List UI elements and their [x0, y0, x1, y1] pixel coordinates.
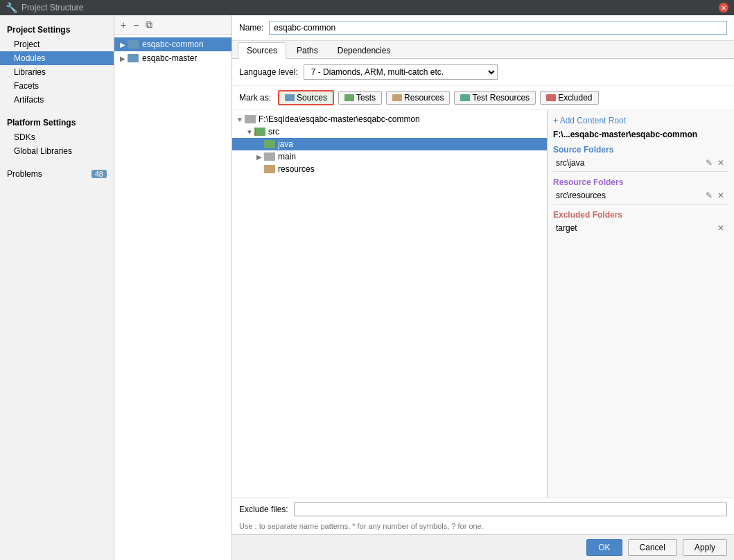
module-list: ▶ esqabc-common ▶ esqabc-master — [114, 35, 231, 68]
test-resources-mark-button[interactable]: Test Resources — [454, 91, 536, 105]
resource-folders-header: Resource Folders — [553, 177, 728, 187]
excluded-btn-icon — [546, 94, 556, 101]
right-panel: + Add Content Root F:\...esqabc-master\e… — [547, 110, 734, 498]
copy-module-button[interactable]: ⧉ — [143, 18, 155, 31]
title-bar: 🔧 Project Structure ✕ — [0, 0, 734, 15]
sidebar: Project Settings Project Modules Librari… — [0, 15, 114, 560]
mark-as-label: Mark as: — [239, 93, 271, 103]
remove-module-button[interactable]: − — [131, 19, 141, 31]
ok-button[interactable]: OK — [586, 539, 622, 556]
sidebar-item-artifacts[interactable]: Artifacts — [0, 93, 114, 107]
tab-dependencies[interactable]: Dependencies — [329, 42, 400, 58]
tree-item-main[interactable]: ▶ main — [232, 150, 547, 163]
tree-item-src[interactable]: ▼ src — [232, 125, 547, 138]
module-panel: + − ⧉ ▶ esqabc-common ▶ esqabc-master — [114, 15, 232, 560]
tree-item-java[interactable]: java — [232, 138, 547, 150]
tree-main-label: main — [278, 152, 296, 161]
module-item-esqabc-common[interactable]: ▶ esqabc-common — [114, 37, 231, 51]
module-toolbar: + − ⧉ — [114, 15, 231, 35]
add-module-button[interactable]: + — [119, 19, 128, 31]
project-settings-title: Project Settings — [0, 21, 114, 37]
chevron-src: ▼ — [245, 128, 254, 136]
tests-mark-button[interactable]: Tests — [338, 91, 382, 105]
resources-folder-icon — [264, 165, 275, 173]
tabs-row: Sources Paths Dependencies — [232, 41, 734, 59]
module-item-esqabc-master[interactable]: ▶ esqabc-master — [114, 51, 231, 65]
tree-java-label: java — [278, 139, 293, 149]
cancel-button[interactable]: Cancel — [628, 539, 677, 556]
file-tree: ▼ F:\EsqIdea\esqabc-master\esqabc-common… — [232, 110, 547, 498]
sidebar-item-global-libraries[interactable]: Global Libraries — [0, 144, 114, 158]
chevron-main: ▶ — [254, 153, 264, 161]
main-folder-icon — [264, 152, 275, 161]
sidebar-item-modules[interactable]: Modules — [0, 51, 114, 65]
module-folder-icon-master — [128, 54, 139, 62]
window-title: Project Structure — [21, 3, 83, 12]
tests-btn-icon — [344, 94, 354, 101]
chevron-root: ▼ — [235, 116, 245, 123]
mark-as-row: Mark as: Sources Tests Resources Test Re… — [232, 86, 734, 110]
apply-button[interactable]: Apply — [683, 539, 727, 556]
exclude-hint: Use ; to separate name patterns, * for a… — [232, 520, 734, 534]
source-folder-path: src\java — [556, 158, 704, 168]
sources-btn-label: Sources — [297, 93, 327, 103]
exclude-files-row: Exclude files: — [232, 498, 734, 520]
app-icon: 🔧 — [6, 2, 17, 13]
excluded-folders-header: Excluded Folders — [553, 210, 728, 220]
source-folder-entry: src\java ✎ ✕ — [553, 157, 728, 168]
name-label: Name: — [239, 23, 263, 33]
separator-2 — [553, 204, 728, 204]
edit-source-folder-button[interactable]: ✎ — [704, 158, 714, 168]
tab-sources[interactable]: Sources — [238, 42, 286, 59]
java-folder-icon — [264, 140, 275, 148]
name-row: Name: — [232, 15, 734, 41]
main-container: Project Settings Project Modules Librari… — [0, 15, 734, 560]
problems-badge: 48 — [91, 170, 107, 178]
resources-btn-label: Resources — [404, 93, 444, 103]
remove-resource-folder-button[interactable]: ✕ — [716, 191, 726, 200]
edit-resource-folder-button[interactable]: ✎ — [704, 191, 714, 200]
tests-btn-label: Tests — [356, 93, 376, 103]
source-folder-actions: ✎ ✕ — [704, 158, 726, 168]
test-resources-btn-icon — [460, 94, 470, 101]
root-folder-icon — [245, 115, 256, 123]
sidebar-item-facets[interactable]: Facets — [0, 79, 114, 93]
tree-item-resources[interactable]: resources — [232, 163, 547, 175]
language-level-select[interactable]: 7 - Diamonds, ARM, multi-catch etc. — [304, 64, 498, 80]
sidebar-item-project[interactable]: Project — [0, 37, 114, 51]
content-split: ▼ F:\EsqIdea\esqabc-master\esqabc-common… — [232, 110, 734, 498]
tree-src-label: src — [268, 127, 279, 137]
sources-btn-icon — [285, 94, 295, 101]
platform-settings-title: Platform Settings — [0, 114, 114, 130]
name-input[interactable] — [269, 21, 727, 35]
content-area: Name: Sources Paths Dependencies Languag… — [232, 15, 734, 560]
sidebar-item-problems[interactable]: Problems 48 — [0, 165, 114, 181]
java-item-wrapper: ↓ java — [232, 138, 547, 150]
sidebar-item-libraries[interactable]: Libraries — [0, 65, 114, 79]
add-content-root-button[interactable]: + Add Content Root — [553, 116, 728, 125]
resource-folder-actions: ✎ ✕ — [704, 191, 726, 200]
excluded-folder-actions: ✕ — [716, 223, 726, 233]
source-folders-header: Source Folders — [553, 145, 728, 155]
exclude-files-input[interactable] — [294, 502, 727, 516]
tree-item-root[interactable]: ▼ F:\EsqIdea\esqabc-master\esqabc-common — [232, 113, 547, 125]
language-level-label: Language level: — [239, 67, 298, 77]
close-button[interactable]: ✕ — [719, 3, 728, 12]
exclude-files-label: Exclude files: — [239, 505, 288, 514]
resources-mark-button[interactable]: Resources — [386, 91, 450, 105]
sources-mark-button[interactable]: Sources — [278, 90, 334, 105]
add-content-root-label: + Add Content Root — [553, 116, 626, 125]
src-folder-icon — [254, 128, 265, 136]
tree-root-label: F:\EsqIdea\esqabc-master\esqabc-common — [259, 114, 420, 124]
excluded-btn-label: Excluded — [558, 93, 592, 103]
bottom-bar: OK Cancel Apply — [232, 534, 734, 560]
sidebar-item-sdks[interactable]: SDKs — [0, 130, 114, 144]
remove-source-folder-button[interactable]: ✕ — [716, 158, 726, 168]
remove-excluded-folder-button[interactable]: ✕ — [716, 223, 726, 233]
test-resources-btn-label: Test Resources — [472, 93, 530, 103]
content-root-path: F:\...esqabc-master\esqabc-common — [553, 130, 728, 139]
resource-folder-path: src\resources — [556, 191, 704, 200]
tab-paths[interactable]: Paths — [288, 42, 327, 58]
excluded-mark-button[interactable]: Excluded — [540, 91, 598, 105]
chevron-icon-master: ▶ — [120, 55, 125, 62]
